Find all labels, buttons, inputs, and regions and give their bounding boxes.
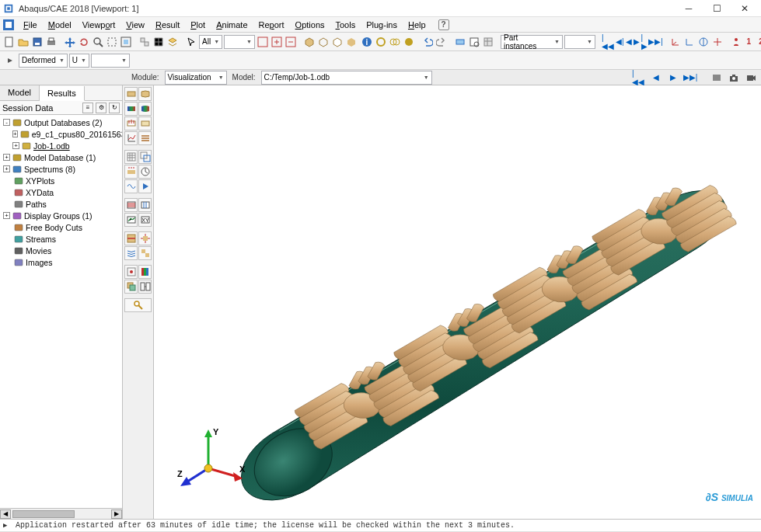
- tree-item[interactable]: +Model Database (1): [0, 151, 122, 163]
- menu-plot[interactable]: Plot: [186, 19, 210, 31]
- menu-model[interactable]: Model: [44, 19, 76, 31]
- tree-opts-button[interactable]: ⚙: [96, 103, 106, 113]
- instance-select-combo[interactable]: ▼: [564, 35, 595, 49]
- tab-results[interactable]: Results: [40, 86, 85, 101]
- rotate-button[interactable]: [78, 35, 90, 49]
- context-help-button[interactable]: ?: [438, 19, 449, 30]
- prev-frame-button[interactable]: ◀: [626, 36, 632, 48]
- remove-sel-button[interactable]: [285, 35, 297, 49]
- history-output-button[interactable]: [138, 198, 152, 212]
- tree-item[interactable]: -Output Databases (2): [0, 116, 122, 128]
- first-frame-button[interactable]: |◀◀: [602, 36, 614, 48]
- replace-sel-button[interactable]: [257, 35, 269, 49]
- tab-model[interactable]: Model: [0, 85, 40, 100]
- circle1-button[interactable]: [375, 35, 387, 49]
- tree-item[interactable]: +Spectrums (8): [0, 163, 122, 175]
- tree-expander[interactable]: +: [3, 165, 10, 172]
- menu-result[interactable]: Result: [151, 19, 184, 31]
- last-frame-button[interactable]: ▶▶|: [649, 36, 663, 48]
- field-button[interactable]: [482, 35, 494, 49]
- layers-button[interactable]: [166, 35, 179, 49]
- arrow-tool[interactable]: [185, 35, 197, 49]
- odb-next-button[interactable]: ▶: [666, 71, 680, 84]
- menu-report[interactable]: Report: [254, 19, 289, 31]
- iso-button[interactable]: [303, 35, 316, 49]
- material-orient-button[interactable]: [138, 116, 152, 130]
- tree-item[interactable]: XYData: [0, 186, 122, 198]
- next-step-button[interactable]: |▶: [641, 36, 648, 48]
- redo-button[interactable]: [435, 35, 448, 49]
- deformed-combo[interactable]: Deformed▼: [19, 54, 68, 68]
- odb-last-button[interactable]: ▶▶|: [683, 71, 697, 84]
- part-instances-combo[interactable]: Part instances▼: [501, 35, 563, 49]
- undeformed-plot-button[interactable]: [124, 87, 138, 101]
- save-button[interactable]: [31, 35, 44, 49]
- shaded-button[interactable]: [345, 35, 358, 49]
- open-button[interactable]: [17, 35, 30, 49]
- animate-scale-button[interactable]: [124, 165, 138, 179]
- module-combo[interactable]: Visualization▼: [165, 71, 227, 85]
- odb-display-opts-button[interactable]: [124, 265, 138, 279]
- animate-harmonic-button[interactable]: [124, 179, 138, 193]
- common-opts-button[interactable]: [124, 150, 138, 164]
- next-frame-button[interactable]: ▶: [634, 36, 640, 48]
- tree-item[interactable]: Movies: [0, 245, 122, 256]
- free-body-button[interactable]: [138, 231, 152, 245]
- menu-tools[interactable]: Tools: [331, 19, 361, 31]
- menu-file[interactable]: File: [19, 19, 42, 31]
- primary-var-combo[interactable]: U▼: [69, 54, 89, 68]
- overlay-plot-button[interactable]: [124, 280, 138, 294]
- undo-button[interactable]: [421, 35, 434, 49]
- menu-options[interactable]: Options: [291, 19, 330, 31]
- tree-item[interactable]: XYPlots: [0, 175, 122, 186]
- query-button[interactable]: [468, 35, 480, 49]
- maximize-button[interactable]: ☐: [703, 1, 730, 16]
- variable-combo[interactable]: All▼: [199, 35, 222, 49]
- filter-combo[interactable]: ▼: [224, 35, 255, 49]
- tree-item[interactable]: Free Body Cuts: [0, 221, 122, 233]
- print-button[interactable]: [45, 35, 58, 49]
- tree-expander[interactable]: +: [12, 142, 19, 149]
- menu-animate[interactable]: Animate: [211, 19, 252, 31]
- pan-button[interactable]: [64, 35, 76, 49]
- record-button[interactable]: [744, 71, 758, 85]
- new-button[interactable]: [3, 35, 16, 49]
- close-button[interactable]: ✕: [731, 1, 758, 16]
- scroll-left-arrow[interactable]: ◀: [0, 509, 11, 519]
- zoom-button[interactable]: [92, 35, 104, 49]
- stream-button[interactable]: [124, 246, 138, 260]
- color-code-button[interactable]: [138, 265, 152, 279]
- results-tree[interactable]: -Output Databases (2)+e9_c1_cpus80_20161…: [0, 115, 122, 508]
- odb-first-button[interactable]: |◀◀: [632, 71, 646, 84]
- marker-2[interactable]: 2: [756, 37, 761, 46]
- expand-tool[interactable]: [3, 54, 17, 68]
- component-combo[interactable]: ▼: [91, 54, 130, 68]
- csys2-button[interactable]: [683, 35, 696, 49]
- marker-1[interactable]: 1: [744, 37, 755, 46]
- tree-expander[interactable]: +: [12, 130, 18, 137]
- tree-item[interactable]: +Job-1.odb: [0, 140, 122, 151]
- animate-opts-button[interactable]: [138, 179, 152, 193]
- tree-hscroll[interactable]: ◀ ▶: [0, 508, 122, 519]
- tree-collapse-button[interactable]: ≡: [82, 103, 93, 113]
- csys-button[interactable]: [669, 35, 682, 49]
- sync-button[interactable]: [710, 71, 724, 85]
- grid-button[interactable]: [152, 35, 165, 49]
- circle2-button[interactable]: [389, 35, 401, 49]
- menu-help[interactable]: Help: [403, 19, 431, 31]
- tree-item[interactable]: Streams: [0, 233, 122, 245]
- contour-plot-button[interactable]: [124, 102, 138, 116]
- tree-expander[interactable]: +: [3, 212, 10, 219]
- field-output-button[interactable]: [124, 198, 138, 212]
- tree-item[interactable]: Paths: [0, 198, 122, 210]
- model-path-combo[interactable]: C:/Temp/Job-1.odb▼: [261, 71, 432, 85]
- scroll-right-arrow[interactable]: ▶: [111, 509, 122, 519]
- tree-expander[interactable]: +: [3, 154, 10, 161]
- xy-manager-button[interactable]: XY: [138, 213, 152, 227]
- symbol-plot-button[interactable]: [124, 116, 138, 130]
- superimpose-opts-button[interactable]: [138, 150, 152, 164]
- add-sel-button[interactable]: [271, 35, 283, 49]
- camera-button[interactable]: [727, 71, 741, 85]
- csys4-button[interactable]: [711, 35, 724, 49]
- person-icon[interactable]: [730, 35, 742, 49]
